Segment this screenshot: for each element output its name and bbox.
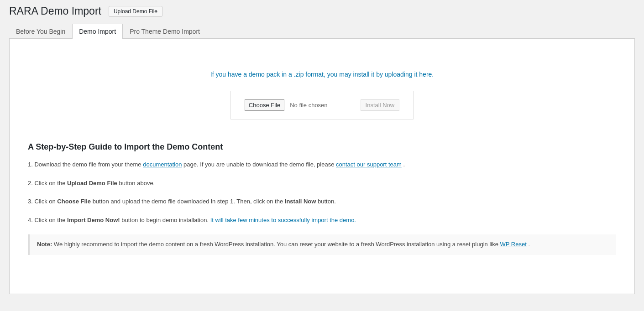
no-file-text: No file chosen <box>290 102 327 109</box>
guide-title: A Step-by-Step Guide to Import the Demo … <box>28 142 616 152</box>
install-now-button[interactable]: Install Now <box>361 99 400 111</box>
note-link-wp-reset[interactable]: WP Reset <box>500 241 527 248</box>
step-4-text-before: Click on the <box>34 217 67 223</box>
guide-note: Note: We highly recommend to import the … <box>28 234 616 255</box>
upload-demo-file-button[interactable]: Upload Demo File <box>109 6 162 17</box>
guide-section: A Step-by-Step Guide to Import the Demo … <box>23 142 621 255</box>
note-text: We highly recommend to import the demo c… <box>54 241 500 248</box>
step-1-number: 1. <box>28 161 34 168</box>
step-3-bold2: Install Now <box>285 198 316 205</box>
step-1-text-before: Download the demo file from your theme <box>34 161 143 168</box>
main-content: If you have a demo pack in a .zip format… <box>9 39 635 294</box>
step-1-link-documentation[interactable]: documentation <box>143 161 182 168</box>
step-4-colored: It will take few minutes to successfully… <box>210 217 356 223</box>
step-4-number: 4. <box>28 217 34 223</box>
step-3-bold1: Choose File <box>57 198 91 205</box>
tab-pro-theme-demo-import[interactable]: Pro Theme Demo Import <box>123 24 207 39</box>
step-3-text-before: Click on <box>34 198 57 205</box>
step-2-number: 2. <box>28 180 34 187</box>
guide-step-2: 2. Click on the Upload Demo File button … <box>28 179 616 188</box>
step-4-text-middle: button to begin demo installation. <box>121 217 210 223</box>
note-bold: Note: <box>37 241 52 248</box>
guide-step-4: 4. Click on the Import Demo Now! button … <box>28 216 616 225</box>
file-upload-box: Choose File No file chosen Install Now <box>230 91 414 119</box>
step-3-text-middle: button and upload the demo file download… <box>93 198 285 205</box>
step-4-bold: Import Demo Now! <box>67 217 120 223</box>
step-1-text-middle: page. If you are unable to download the … <box>183 161 336 168</box>
page-title: RARA Demo Import <box>9 5 101 18</box>
tab-demo-import[interactable]: Demo Import <box>72 24 123 39</box>
step-2-text-after: button above. <box>119 180 155 187</box>
note-end: . <box>528 241 530 248</box>
step-3-number: 3. <box>28 198 34 205</box>
step-1-text-after: . <box>403 161 405 168</box>
step-2-text-before: Click on the <box>34 180 67 187</box>
step-2-bold: Upload Demo File <box>67 180 117 187</box>
step-1-link-support[interactable]: contact our support team <box>336 161 402 168</box>
guide-step-1: 1. Download the demo file from your them… <box>28 160 616 170</box>
guide-step-3: 3. Click on Choose File button and uploa… <box>28 197 616 207</box>
choose-file-button[interactable]: Choose File <box>245 99 284 111</box>
upload-instruction: If you have a demo pack in a .zip format… <box>23 71 621 78</box>
tabs-nav: Before You Begin Demo Import Pro Theme D… <box>9 24 635 39</box>
tab-before-you-begin[interactable]: Before You Begin <box>9 24 72 39</box>
step-3-text-after: button. <box>318 198 336 205</box>
upload-section: If you have a demo pack in a .zip format… <box>23 52 621 142</box>
